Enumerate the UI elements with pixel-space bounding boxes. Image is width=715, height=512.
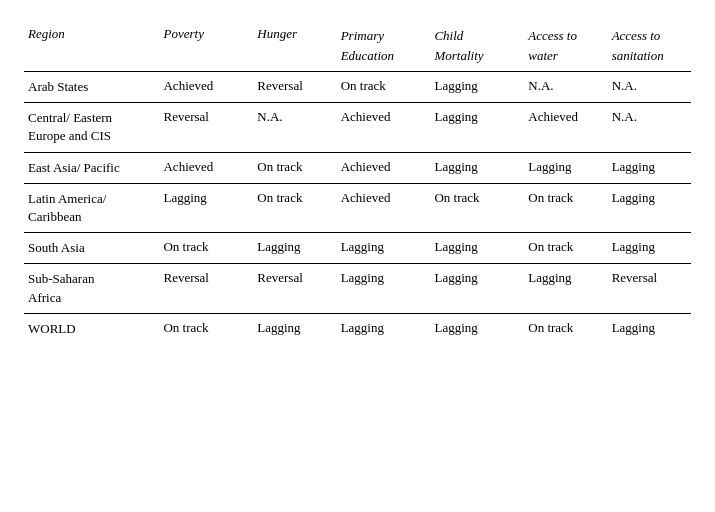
cell-region: Latin America/Caribbean — [24, 183, 159, 232]
cell-access-sanitation: Lagging — [608, 183, 691, 232]
cell-access-water: Achieved — [524, 103, 607, 152]
cell-region: Sub-SaharanAfrica — [24, 264, 159, 313]
cell-primary-education: Achieved — [337, 183, 431, 232]
cell-region: South Asia — [24, 233, 159, 264]
header-poverty: Poverty — [159, 20, 253, 72]
cell-hunger: On track — [253, 183, 336, 232]
table-row: Arab StatesAchievedReversalOn trackLaggi… — [24, 72, 691, 103]
header-access-water: Access towater — [524, 20, 607, 72]
cell-access-sanitation: Reversal — [608, 264, 691, 313]
cell-region: Arab States — [24, 72, 159, 103]
cell-child-mortality: Lagging — [430, 233, 524, 264]
cell-child-mortality: Lagging — [430, 72, 524, 103]
header-hunger: Hunger — [253, 20, 336, 72]
cell-poverty: On track — [159, 313, 253, 344]
table-row: Latin America/CaribbeanLaggingOn trackAc… — [24, 183, 691, 232]
cell-primary-education: Lagging — [337, 264, 431, 313]
cell-access-water: On track — [524, 313, 607, 344]
cell-primary-education: Lagging — [337, 313, 431, 344]
cell-region: Central/ EasternEurope and CIS — [24, 103, 159, 152]
cell-poverty: Achieved — [159, 72, 253, 103]
cell-poverty: On track — [159, 233, 253, 264]
cell-hunger: Reversal — [253, 264, 336, 313]
cell-child-mortality: On track — [430, 183, 524, 232]
table-row: WORLDOn trackLaggingLaggingLaggingOn tra… — [24, 313, 691, 344]
header-primary-education: PrimaryEducation — [337, 20, 431, 72]
cell-poverty: Reversal — [159, 103, 253, 152]
cell-access-water: Lagging — [524, 264, 607, 313]
cell-poverty: Reversal — [159, 264, 253, 313]
table-row: South AsiaOn trackLaggingLaggingLaggingO… — [24, 233, 691, 264]
cell-hunger: N.A. — [253, 103, 336, 152]
table-row: Central/ EasternEurope and CISReversalN.… — [24, 103, 691, 152]
cell-primary-education: On track — [337, 72, 431, 103]
cell-access-water: On track — [524, 233, 607, 264]
cell-region: WORLD — [24, 313, 159, 344]
cell-access-sanitation: Lagging — [608, 152, 691, 183]
cell-access-water: On track — [524, 183, 607, 232]
cell-poverty: Achieved — [159, 152, 253, 183]
header-access-sanitation: Access tosanitation — [608, 20, 691, 72]
cell-access-sanitation: Lagging — [608, 233, 691, 264]
cell-child-mortality: Lagging — [430, 103, 524, 152]
header-child-mortality: ChildMortality — [430, 20, 524, 72]
cell-hunger: On track — [253, 152, 336, 183]
cell-hunger: Lagging — [253, 233, 336, 264]
cell-primary-education: Achieved — [337, 103, 431, 152]
cell-child-mortality: Lagging — [430, 264, 524, 313]
data-table: Region Poverty Hunger PrimaryEducation C… — [24, 20, 691, 344]
cell-child-mortality: Lagging — [430, 313, 524, 344]
cell-primary-education: Achieved — [337, 152, 431, 183]
table-row: East Asia/ PacificAchievedOn trackAchiev… — [24, 152, 691, 183]
cell-poverty: Lagging — [159, 183, 253, 232]
cell-access-water: N.A. — [524, 72, 607, 103]
cell-hunger: Lagging — [253, 313, 336, 344]
cell-access-sanitation: Lagging — [608, 313, 691, 344]
cell-hunger: Reversal — [253, 72, 336, 103]
cell-child-mortality: Lagging — [430, 152, 524, 183]
table-row: Sub-SaharanAfricaReversalReversalLagging… — [24, 264, 691, 313]
header-region: Region — [24, 20, 159, 72]
cell-access-sanitation: N.A. — [608, 72, 691, 103]
cell-primary-education: Lagging — [337, 233, 431, 264]
cell-access-water: Lagging — [524, 152, 607, 183]
cell-access-sanitation: N.A. — [608, 103, 691, 152]
cell-region: East Asia/ Pacific — [24, 152, 159, 183]
